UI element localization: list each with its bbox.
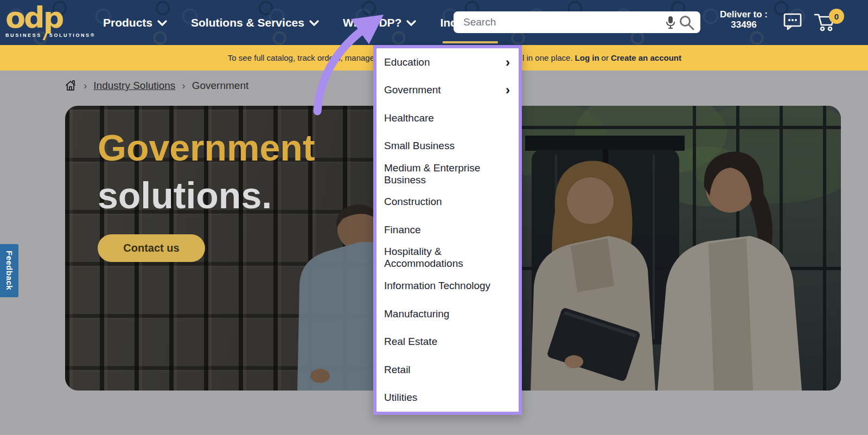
create-account-link[interactable]: Create an account xyxy=(611,53,681,62)
menu-item-hospitality-accommodations[interactable]: Hospitality & Accommodations xyxy=(376,244,519,272)
menu-item-label: Information Technology xyxy=(384,280,490,292)
menu-item-label: Construction xyxy=(384,196,442,208)
chat-icon[interactable] xyxy=(783,12,802,30)
mic-icon[interactable] xyxy=(666,16,675,29)
banner-text-right: l in one place. Log in or Create an acco… xyxy=(522,45,681,71)
deliver-to[interactable]: Deliver to : 33496 xyxy=(715,9,773,30)
main-nav: Products Solutions & Services Why ODP? I… xyxy=(103,0,509,45)
search-bar xyxy=(454,11,700,33)
search-input[interactable] xyxy=(454,11,700,33)
breadcrumb-separator: › xyxy=(182,80,185,92)
menu-item-government[interactable]: Government › xyxy=(376,76,519,105)
logo-registered-mark: ® xyxy=(91,33,95,38)
logo-sub-right: SOLUTIONS xyxy=(49,33,91,38)
menu-item-real-estate[interactable]: Real Estate xyxy=(376,328,519,356)
cart-count-badge: 0 xyxy=(829,9,844,24)
menu-item-label: Utilities xyxy=(384,392,417,404)
hero-title-line1: Government xyxy=(98,126,315,169)
logo-wordmark: odp xyxy=(5,5,99,30)
logo-subtext: BUSINESS SOLUTIONS ® xyxy=(5,31,99,40)
breadcrumb-separator: › xyxy=(84,80,87,92)
banner-text-fragment: l in one place. xyxy=(522,53,573,62)
breadcrumb: › Industry Solutions › Government xyxy=(64,79,248,92)
feedback-tab[interactable]: Feedback xyxy=(0,244,18,297)
hero-title-line2: solutions. xyxy=(98,174,272,216)
contact-us-button[interactable]: Contact us xyxy=(98,234,205,262)
chevron-down-icon xyxy=(309,20,319,26)
deliver-to-label: Deliver to : xyxy=(715,9,773,20)
menu-item-label: Manufacturing xyxy=(384,308,449,320)
chevron-down-icon xyxy=(157,20,167,26)
menu-item-construction[interactable]: Construction xyxy=(376,188,519,216)
menu-item-manufacturing[interactable]: Manufacturing xyxy=(376,300,519,328)
industries-dropdown-menu: Education › Government › Healthcare Smal… xyxy=(373,45,522,415)
menu-item-information-technology[interactable]: Information Technology xyxy=(376,272,519,300)
banner-text-left: To see full catalog, track orders, manag… xyxy=(228,45,374,71)
menu-item-label: Education xyxy=(384,56,430,68)
feedback-label: Feedback xyxy=(5,251,14,290)
nav-active-underline xyxy=(443,41,498,43)
menu-item-label: Finance xyxy=(384,224,421,236)
home-icon[interactable] xyxy=(64,79,77,92)
logo-sub-left: BUSINESS xyxy=(5,33,42,38)
chevron-down-icon xyxy=(406,20,416,26)
menu-item-label: Real Estate xyxy=(384,336,437,348)
nav-products-label: Products xyxy=(103,16,152,29)
banner-or-text: or xyxy=(602,53,609,62)
nav-solutions-services[interactable]: Solutions & Services xyxy=(191,0,319,45)
nav-why-odp-label: Why ODP? xyxy=(343,16,402,29)
nav-why-odp[interactable]: Why ODP? xyxy=(343,0,417,45)
chevron-right-icon: › xyxy=(506,56,510,69)
nav-solutions-label: Solutions & Services xyxy=(191,16,304,29)
nav-products[interactable]: Products xyxy=(103,0,167,45)
breadcrumb-industry-solutions[interactable]: Industry Solutions xyxy=(93,80,175,92)
menu-item-label: Hospitality & Accommodations xyxy=(384,246,510,270)
chevron-right-icon: › xyxy=(506,84,510,97)
log-in-link[interactable]: Log in xyxy=(575,53,599,62)
menu-item-finance[interactable]: Finance xyxy=(376,216,519,244)
menu-item-small-business[interactable]: Small Business xyxy=(376,132,519,161)
menu-item-retail[interactable]: Retail xyxy=(376,356,519,384)
breadcrumb-current-government: Government xyxy=(192,80,249,92)
menu-item-label: Government xyxy=(384,84,441,96)
menu-item-medium-enterprise-business[interactable]: Medium & Enterprise Business xyxy=(376,160,519,188)
menu-item-label: Small Business xyxy=(384,140,455,152)
search-icon[interactable] xyxy=(679,15,695,31)
cart-button[interactable]: 0 xyxy=(814,11,844,33)
deliver-to-zip: 33496 xyxy=(715,20,773,30)
header: odp BUSINESS SOLUTIONS ® Products Soluti… xyxy=(0,0,868,45)
menu-item-label: Retail xyxy=(384,364,411,376)
menu-item-label: Medium & Enterprise Business xyxy=(384,162,510,186)
odp-logo[interactable]: odp BUSINESS SOLUTIONS ® xyxy=(0,5,99,40)
menu-item-label: Healthcare xyxy=(384,112,434,124)
menu-item-utilities[interactable]: Utilities xyxy=(376,383,519,412)
menu-item-education[interactable]: Education › xyxy=(376,48,519,76)
menu-item-healthcare[interactable]: Healthcare xyxy=(376,104,519,132)
